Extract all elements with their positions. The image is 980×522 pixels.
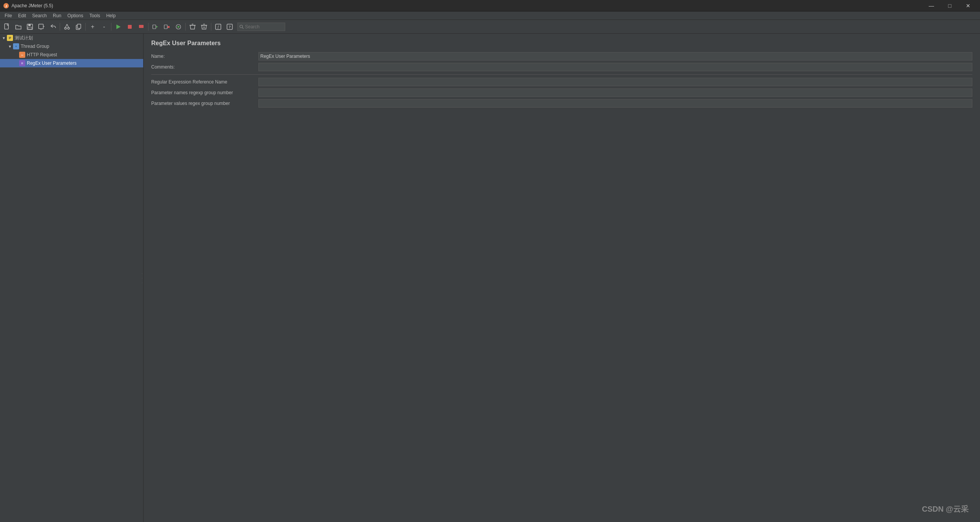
tree-item-threadgroup[interactable]: ▼ Thread Group (0, 42, 143, 51)
regexparams-label: RegEx User Parameters (27, 61, 77, 66)
toolbar-separator-3 (111, 23, 111, 31)
toolbar-separator-6 (211, 23, 211, 31)
help-button[interactable]: ? (224, 21, 235, 32)
clear-all-button[interactable] (199, 21, 209, 32)
threadgroup-icon (13, 43, 19, 49)
stop-all-button[interactable] (136, 21, 147, 32)
main-layout: ▼ 测试计划 ▼ Thread Group ▶ H HTTP Request ▶ (0, 34, 980, 522)
open-file-icon (15, 23, 22, 30)
svg-rect-20 (168, 26, 170, 28)
remote-stop-button[interactable] (162, 21, 172, 32)
minimize-button[interactable]: — (923, 0, 940, 11)
paramnames-input[interactable] (258, 88, 972, 97)
svg-text:J: J (5, 4, 7, 8)
cut-button[interactable] (62, 21, 72, 32)
menu-tools[interactable]: Tools (86, 12, 103, 19)
help-icon: ? (226, 23, 233, 30)
paramnames-row: Parameter names regexp group number (151, 88, 972, 97)
window-controls: — □ ✕ (923, 0, 977, 11)
svg-marker-18 (156, 26, 158, 28)
paramvalues-label: Parameter values regex group number (151, 101, 258, 106)
svg-line-9 (65, 24, 67, 28)
svg-point-33 (240, 25, 243, 28)
expand-button[interactable]: + (87, 21, 98, 32)
run-button[interactable] (113, 21, 124, 32)
paramvalues-input[interactable] (258, 99, 972, 108)
svg-rect-5 (28, 27, 32, 29)
svg-point-40 (15, 46, 17, 47)
stop-button[interactable] (124, 21, 135, 32)
resize-handle[interactable]: · · · (141, 272, 143, 284)
svg-rect-17 (153, 25, 156, 29)
refname-input[interactable] (258, 78, 972, 86)
clear-all-icon (201, 23, 207, 30)
function-helper-button[interactable]: f (213, 21, 224, 32)
save-icon (26, 23, 33, 30)
cut-icon (64, 23, 70, 30)
menu-search[interactable]: Search (29, 12, 50, 19)
menu-bar: File Edit Search Run Options Tools Help (0, 11, 980, 20)
svg-rect-19 (164, 25, 167, 29)
tree-item-regexparams[interactable]: ▶ R RegEx User Parameters (0, 59, 143, 67)
name-label: Name: (151, 54, 258, 59)
svg-rect-14 (128, 25, 132, 29)
tree-arrow-threadgroup: ▼ (8, 44, 12, 49)
toolbar: + - (0, 20, 980, 34)
http-icon: H (19, 52, 25, 58)
panel-title: RegEx User Parameters (151, 40, 972, 47)
new-file-icon (3, 23, 10, 30)
menu-file[interactable]: File (2, 12, 15, 19)
search-container (237, 23, 285, 31)
remote-start-button[interactable] (150, 21, 161, 32)
paramnames-label: Parameter names regexp group number (151, 90, 258, 95)
svg-rect-12 (77, 24, 81, 28)
stop-icon (126, 23, 133, 30)
save-button[interactable] (24, 21, 35, 32)
svg-text:?: ? (229, 25, 231, 29)
refname-row: Regular Expression Reference Name (151, 78, 972, 86)
testplan-label: 测试计划 (15, 35, 33, 41)
menu-options[interactable]: Options (64, 12, 86, 19)
svg-rect-2 (5, 24, 8, 29)
toolbar-separator-2 (85, 23, 86, 31)
save-as-button[interactable] (36, 21, 47, 32)
left-panel: ▼ 测试计划 ▼ Thread Group ▶ H HTTP Request ▶ (0, 34, 144, 522)
toolbar-separator-5 (185, 23, 186, 31)
copy-icon (75, 23, 82, 30)
name-row: Name: (151, 52, 972, 61)
open-button[interactable] (13, 21, 24, 32)
title-bar-left: J Apache JMeter (5.5) (3, 3, 53, 9)
menu-edit[interactable]: Edit (15, 12, 29, 19)
collapse-button[interactable]: - (99, 21, 109, 32)
svg-line-10 (67, 24, 69, 28)
stop-all-icon (138, 23, 145, 30)
copy-button[interactable] (73, 21, 84, 32)
right-panel: RegEx User Parameters Name: Comments: Re… (144, 34, 980, 522)
threadgroup-label: Thread Group (21, 44, 49, 49)
comments-input[interactable] (258, 63, 972, 71)
run-icon (115, 23, 122, 30)
clear-button[interactable] (187, 21, 198, 32)
remote-start-all-button[interactable] (173, 21, 184, 32)
name-input[interactable] (258, 52, 972, 61)
paramvalues-row: Parameter values regex group number (151, 99, 972, 108)
close-button[interactable]: ✕ (959, 0, 977, 11)
svg-marker-13 (116, 25, 121, 29)
remote-stop-icon (163, 23, 170, 30)
search-icon (239, 25, 244, 29)
comments-label: Comments: (151, 64, 258, 70)
maximize-button[interactable]: □ (941, 0, 959, 11)
menu-help[interactable]: Help (103, 12, 119, 19)
menu-run[interactable]: Run (50, 12, 64, 19)
svg-rect-4 (28, 24, 31, 26)
watermark: CSDN @云采 (922, 504, 969, 514)
comments-row: Comments: (151, 63, 972, 71)
testplan-icon (7, 35, 13, 41)
search-input[interactable] (245, 24, 283, 29)
content-area: RegEx User Parameters Name: Comments: Re… (144, 34, 980, 116)
revert-button[interactable] (47, 21, 58, 32)
new-button[interactable] (2, 21, 12, 32)
tree-item-httprequest[interactable]: ▶ H HTTP Request (0, 51, 143, 59)
tree-item-testplan[interactable]: ▼ 测试计划 (0, 34, 143, 42)
svg-text:H: H (21, 54, 23, 56)
